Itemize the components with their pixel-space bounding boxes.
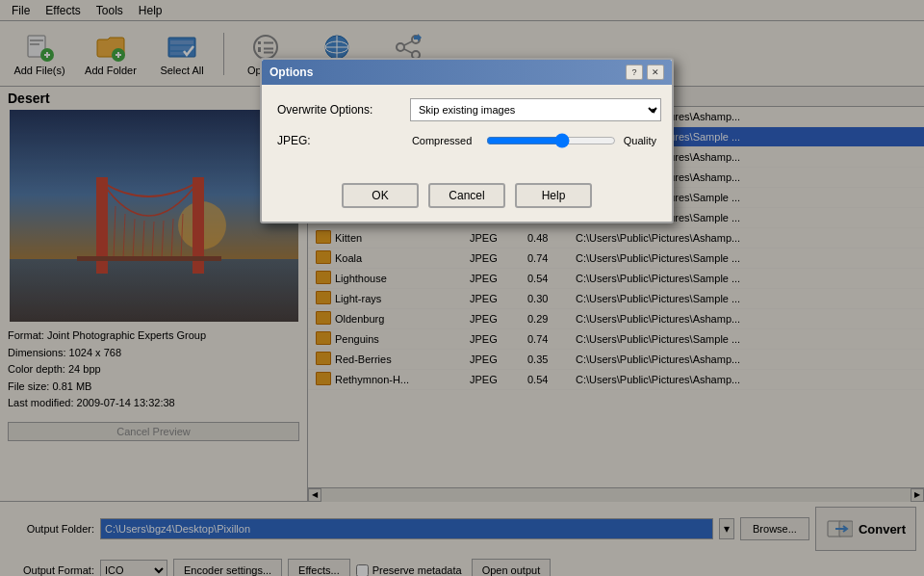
modal-ok-button[interactable]: OK xyxy=(342,183,419,208)
modal-footer: OK Cancel Help xyxy=(262,175,672,222)
modal-controls: ? ✕ xyxy=(626,65,664,80)
overwrite-options-row: Overwrite Options: Skip existing images … xyxy=(277,98,656,121)
modal-help-button[interactable]: Help xyxy=(515,183,592,208)
modal-titlebar: Options ? ✕ xyxy=(262,60,672,85)
modal-close-btn[interactable]: ✕ xyxy=(647,65,664,80)
jpeg-quality-slider[interactable] xyxy=(486,133,615,148)
overwrite-select[interactable]: Skip existing images Overwrite existing … xyxy=(410,98,661,121)
overwrite-label: Overwrite Options: xyxy=(277,103,402,117)
modal-cancel-button[interactable]: Cancel xyxy=(428,183,505,208)
modal-title: Options xyxy=(270,65,313,79)
jpeg-quality-label: Quality xyxy=(624,135,656,146)
modal-overlay: Options ? ✕ Overwrite Options: Skip exis… xyxy=(0,0,924,576)
options-dialog: Options ? ✕ Overwrite Options: Skip exis… xyxy=(260,58,674,223)
modal-body: Overwrite Options: Skip existing images … xyxy=(262,85,672,175)
modal-help-btn[interactable]: ? xyxy=(626,65,643,80)
jpeg-label: JPEG: xyxy=(277,134,398,147)
jpeg-compressed-label: Compressed xyxy=(405,135,479,146)
jpeg-slider-row: JPEG: Compressed Quality xyxy=(277,133,656,148)
